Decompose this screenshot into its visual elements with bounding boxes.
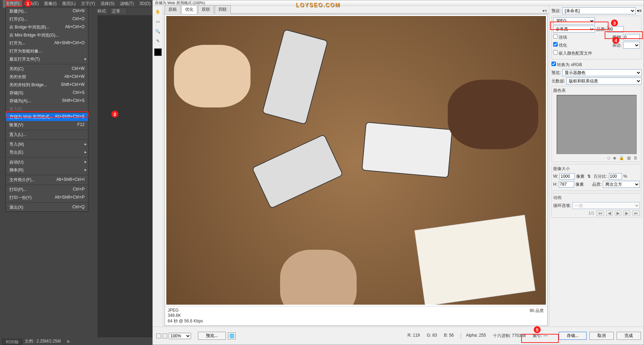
menu-item-save-for-web[interactable]: 存储为 Web 所用格式... Alt+Shift+Ctrl+S — [6, 113, 88, 121]
resample-select[interactable]: 两次立方 — [603, 181, 640, 188]
progressive-label: 连续 — [559, 35, 567, 40]
trash-icon[interactable]: 🗑 — [634, 155, 638, 160]
zoom-tool-icon[interactable]: 🔍 — [154, 27, 162, 35]
format-select[interactable]: JPEG — [553, 17, 595, 24]
percent-input[interactable] — [609, 173, 622, 179]
style-label: 样式: — [97, 8, 107, 14]
progressive-checkbox[interactable] — [553, 34, 558, 39]
annotation-number: 5 — [534, 326, 541, 333]
menu-item-shortcut: Alt+Ctrl+O — [65, 24, 85, 30]
menu-item[interactable]: 恢复(V)F12 — [6, 121, 88, 129]
menu-item[interactable]: 退出(X)Ctrl+Q — [6, 203, 88, 211]
embed-profile-label: 嵌入颜色配置文件 — [559, 51, 592, 56]
zoom-out-icon[interactable] — [156, 334, 161, 338]
foreground-swatch[interactable] — [154, 48, 162, 56]
timeline-panel-tab[interactable]: 时间轴 — [2, 339, 22, 345]
menu-item[interactable]: 打印(P)...Ctrl+P — [6, 186, 88, 194]
tab-original[interactable]: 原稿 — [165, 5, 181, 14]
menu-item[interactable]: 打开(O)...Ctrl+O — [6, 15, 88, 23]
tab-twoup[interactable]: 双联 — [198, 5, 214, 14]
menu-item[interactable]: 导入(M) — [6, 141, 88, 149]
preview-button[interactable]: 预览... — [198, 332, 226, 340]
menu-item[interactable]: 关闭全部Alt+Ctrl+W — [6, 73, 88, 81]
menu-3d[interactable]: 3D(D) — [137, 0, 153, 7]
height-input[interactable] — [559, 181, 574, 187]
menu-item[interactable]: 导出(E) — [6, 149, 88, 157]
embed-profile-checkbox[interactable] — [553, 50, 558, 55]
menu-item-label: 打印一份(Y) — [9, 195, 32, 201]
menu-item[interactable]: 文件简介(F)...Alt+Shift+Ctrl+I — [6, 176, 88, 184]
percent-sym: % — [623, 174, 627, 179]
link-icon[interactable]: ⇅ — [587, 174, 591, 179]
menu-item[interactable]: 打开为智能对象... — [6, 47, 88, 55]
menu-item[interactable]: 脚本(R) — [6, 166, 88, 174]
menu-item-label: 存储为 Web 所用格式... — [9, 114, 53, 120]
menu-item[interactable]: 打开为...Alt+Shift+Ctrl+O — [6, 39, 88, 47]
menu-item-shortcut: Ctrl+S — [73, 90, 85, 96]
preset-label: 预设: — [551, 8, 561, 14]
menu-type[interactable]: 文字(Y) — [78, 0, 98, 8]
cancel-button[interactable]: 取消 — [589, 332, 614, 340]
menu-item-label: 退出(X) — [9, 204, 23, 210]
preview-image[interactable] — [166, 16, 546, 305]
quality-input[interactable] — [607, 26, 624, 32]
menu-select[interactable]: 选择(S) — [98, 0, 117, 8]
watermark: LOYSEO.COM — [296, 2, 340, 8]
info-time: 64 秒 @ 56.6 Kbps — [168, 318, 544, 324]
menu-item[interactable]: 最近打开文件(T) — [6, 55, 88, 63]
metadata-select[interactable]: 版权和联系信息 — [566, 78, 642, 85]
frame-indicator: 1/1 — [588, 211, 594, 216]
flyout-menu-icon[interactable]: ▾≡ — [637, 8, 642, 13]
blur-input[interactable] — [623, 34, 640, 40]
menu-item[interactable]: 打印一份(Y)Alt+Shift+Ctrl+P — [6, 194, 88, 202]
eyedropper-tool-icon[interactable]: ✎ — [154, 37, 162, 45]
menu-item[interactable]: 关闭(C)Ctrl+W — [6, 65, 88, 73]
menu-item[interactable]: 自动(U) — [6, 158, 88, 166]
menu-item[interactable]: 置入(L)... — [6, 131, 88, 139]
menu-file[interactable]: 文件(F) — [3, 0, 22, 8]
menu-item[interactable]: 在 Bridge 中浏览(B)...Alt+Ctrl+O — [6, 23, 88, 31]
menu-item-shortcut: Alt+Ctrl+W — [64, 74, 85, 80]
tab-optimized[interactable]: 优化 — [181, 5, 197, 14]
px-label: 像素 — [576, 174, 585, 179]
style-combo[interactable]: 正常 — [110, 8, 127, 15]
menu-item-shortcut: Ctrl+P — [73, 187, 85, 193]
convert-srgb-label: 转换为 sRGB — [557, 62, 582, 67]
menu-layer[interactable]: 图层(L) — [59, 0, 79, 8]
menu-item[interactable]: 在 Mini Bridge 中浏览(G)... — [6, 31, 88, 39]
menu-item-shortcut: F12 — [77, 122, 85, 128]
tab-fourup[interactable]: 四联 — [215, 5, 231, 14]
quality-preset-select[interactable]: 非常高 — [553, 26, 595, 33]
menu-item-label: 打印(P)... — [9, 187, 27, 193]
menu-item[interactable]: 关闭并转到 Bridge...Shift+Ctrl+W — [6, 81, 88, 89]
ct-icon[interactable]: 🔒 — [619, 155, 624, 160]
menu-filter[interactable]: 滤镜(T) — [117, 0, 136, 8]
menu-item-label: 打开为智能对象... — [9, 48, 42, 54]
menu-item[interactable]: 存储为(A)...Shift+Ctrl+S — [6, 97, 88, 105]
width-input[interactable] — [559, 173, 575, 179]
tab-flyout-icon[interactable]: ▾≡ — [542, 8, 547, 13]
info-quality: 90 品质 — [530, 308, 544, 314]
preset-select[interactable]: [未命名] — [562, 7, 636, 14]
hand-tool-icon[interactable]: ✋ — [154, 8, 162, 16]
save-button[interactable]: 存储... — [559, 332, 587, 340]
width-label: W: — [553, 174, 558, 179]
zoom-in-icon[interactable] — [162, 334, 167, 338]
preview-select[interactable]: 显示器颜色 — [562, 69, 642, 76]
matte-select[interactable] — [623, 42, 640, 49]
done-button[interactable]: 完成 — [617, 332, 641, 340]
slice-tool-icon[interactable]: ▭ — [154, 18, 162, 25]
ct-icon[interactable]: ◇ — [607, 155, 610, 160]
menu-item[interactable]: 存储(S)Ctrl+S — [6, 89, 88, 97]
ct-icon[interactable]: ▦ — [627, 155, 631, 160]
optimized-checkbox[interactable] — [553, 42, 558, 47]
menu-image[interactable]: 图像(I) — [41, 0, 59, 8]
menu-item-shortcut: Alt+Shift+Ctrl+S — [55, 114, 85, 120]
browser-preview-icon[interactable]: 🌐 — [228, 332, 236, 339]
menu-item-label: 签入(I)... — [9, 106, 25, 112]
menu-item[interactable]: 新建(N)...Ctrl+N — [6, 7, 88, 15]
convert-srgb-checkbox[interactable] — [551, 62, 556, 66]
ct-icon[interactable]: ◆ — [613, 155, 616, 160]
zoom-select[interactable]: 100% — [169, 333, 191, 339]
menu-item-label: 最近打开文件(T) — [9, 56, 40, 62]
